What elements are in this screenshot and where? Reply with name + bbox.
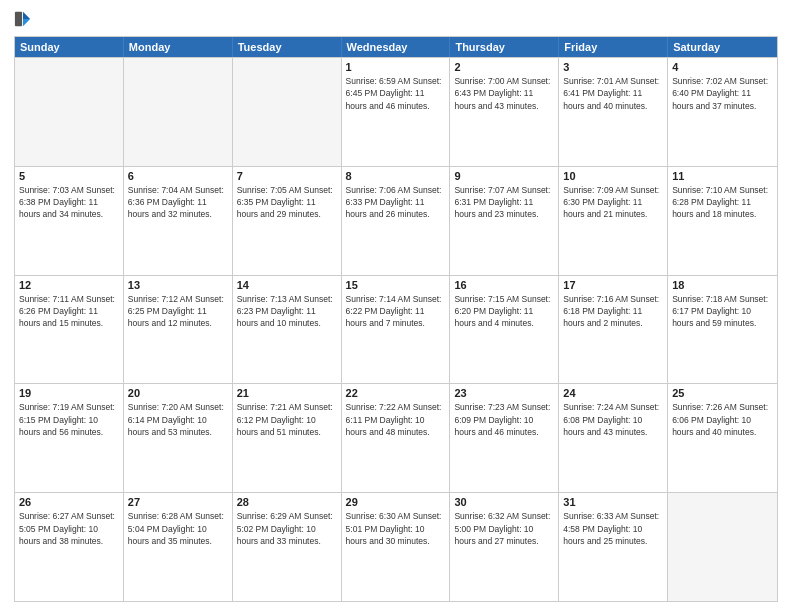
day-number: 29 xyxy=(346,496,446,508)
calendar-cell-4: 2Sunrise: 7:00 AM Sunset: 6:43 PM Daylig… xyxy=(450,58,559,166)
calendar-cell-18: 16Sunrise: 7:15 AM Sunset: 6:20 PM Dayli… xyxy=(450,276,559,384)
day-number: 23 xyxy=(454,387,554,399)
calendar-cell-31: 29Sunrise: 6:30 AM Sunset: 5:01 PM Dayli… xyxy=(342,493,451,601)
day-number: 4 xyxy=(672,61,773,73)
day-number: 7 xyxy=(237,170,337,182)
day-info: Sunrise: 6:27 AM Sunset: 5:05 PM Dayligh… xyxy=(19,510,119,547)
day-info: Sunrise: 6:30 AM Sunset: 5:01 PM Dayligh… xyxy=(346,510,446,547)
calendar-cell-11: 9Sunrise: 7:07 AM Sunset: 6:31 PM Daylig… xyxy=(450,167,559,275)
calendar-cell-24: 22Sunrise: 7:22 AM Sunset: 6:11 PM Dayli… xyxy=(342,384,451,492)
day-number: 10 xyxy=(563,170,663,182)
calendar-cell-1 xyxy=(124,58,233,166)
day-number: 22 xyxy=(346,387,446,399)
day-number: 2 xyxy=(454,61,554,73)
logo-icon xyxy=(14,10,32,28)
calendar-cell-15: 13Sunrise: 7:12 AM Sunset: 6:25 PM Dayli… xyxy=(124,276,233,384)
calendar-cell-25: 23Sunrise: 7:23 AM Sunset: 6:09 PM Dayli… xyxy=(450,384,559,492)
day-info: Sunrise: 7:09 AM Sunset: 6:30 PM Dayligh… xyxy=(563,184,663,221)
day-number: 14 xyxy=(237,279,337,291)
day-number: 16 xyxy=(454,279,554,291)
calendar-cell-12: 10Sunrise: 7:09 AM Sunset: 6:30 PM Dayli… xyxy=(559,167,668,275)
day-info: Sunrise: 6:32 AM Sunset: 5:00 PM Dayligh… xyxy=(454,510,554,547)
calendar-week-5: 26Sunrise: 6:27 AM Sunset: 5:05 PM Dayli… xyxy=(15,492,777,601)
day-info: Sunrise: 7:21 AM Sunset: 6:12 PM Dayligh… xyxy=(237,401,337,438)
calendar-cell-26: 24Sunrise: 7:24 AM Sunset: 6:08 PM Dayli… xyxy=(559,384,668,492)
day-info: Sunrise: 7:24 AM Sunset: 6:08 PM Dayligh… xyxy=(563,401,663,438)
calendar-week-4: 19Sunrise: 7:19 AM Sunset: 6:15 PM Dayli… xyxy=(15,383,777,492)
day-info: Sunrise: 7:12 AM Sunset: 6:25 PM Dayligh… xyxy=(128,293,228,330)
day-number: 18 xyxy=(672,279,773,291)
day-info: Sunrise: 6:29 AM Sunset: 5:02 PM Dayligh… xyxy=(237,510,337,547)
calendar-cell-3: 1Sunrise: 6:59 AM Sunset: 6:45 PM Daylig… xyxy=(342,58,451,166)
calendar-cell-6: 4Sunrise: 7:02 AM Sunset: 6:40 PM Daylig… xyxy=(668,58,777,166)
calendar-cell-10: 8Sunrise: 7:06 AM Sunset: 6:33 PM Daylig… xyxy=(342,167,451,275)
day-info: Sunrise: 7:14 AM Sunset: 6:22 PM Dayligh… xyxy=(346,293,446,330)
day-info: Sunrise: 7:01 AM Sunset: 6:41 PM Dayligh… xyxy=(563,75,663,112)
calendar-header-sunday: Sunday xyxy=(15,37,124,57)
calendar-cell-32: 30Sunrise: 6:32 AM Sunset: 5:00 PM Dayli… xyxy=(450,493,559,601)
day-info: Sunrise: 7:05 AM Sunset: 6:35 PM Dayligh… xyxy=(237,184,337,221)
day-number: 31 xyxy=(563,496,663,508)
calendar-cell-9: 7Sunrise: 7:05 AM Sunset: 6:35 PM Daylig… xyxy=(233,167,342,275)
day-info: Sunrise: 7:00 AM Sunset: 6:43 PM Dayligh… xyxy=(454,75,554,112)
page: SundayMondayTuesdayWednesdayThursdayFrid… xyxy=(0,0,792,612)
calendar-week-2: 5Sunrise: 7:03 AM Sunset: 6:38 PM Daylig… xyxy=(15,166,777,275)
calendar-cell-22: 20Sunrise: 7:20 AM Sunset: 6:14 PM Dayli… xyxy=(124,384,233,492)
day-number: 30 xyxy=(454,496,554,508)
day-number: 15 xyxy=(346,279,446,291)
calendar-cell-30: 28Sunrise: 6:29 AM Sunset: 5:02 PM Dayli… xyxy=(233,493,342,601)
day-info: Sunrise: 7:13 AM Sunset: 6:23 PM Dayligh… xyxy=(237,293,337,330)
day-number: 27 xyxy=(128,496,228,508)
calendar-cell-14: 12Sunrise: 7:11 AM Sunset: 6:26 PM Dayli… xyxy=(15,276,124,384)
calendar-cell-23: 21Sunrise: 7:21 AM Sunset: 6:12 PM Dayli… xyxy=(233,384,342,492)
calendar-header-saturday: Saturday xyxy=(668,37,777,57)
day-info: Sunrise: 7:04 AM Sunset: 6:36 PM Dayligh… xyxy=(128,184,228,221)
calendar-cell-13: 11Sunrise: 7:10 AM Sunset: 6:28 PM Dayli… xyxy=(668,167,777,275)
calendar-cell-21: 19Sunrise: 7:19 AM Sunset: 6:15 PM Dayli… xyxy=(15,384,124,492)
day-number: 8 xyxy=(346,170,446,182)
day-number: 20 xyxy=(128,387,228,399)
calendar-cell-7: 5Sunrise: 7:03 AM Sunset: 6:38 PM Daylig… xyxy=(15,167,124,275)
day-info: Sunrise: 7:22 AM Sunset: 6:11 PM Dayligh… xyxy=(346,401,446,438)
day-number: 19 xyxy=(19,387,119,399)
day-number: 28 xyxy=(237,496,337,508)
calendar-cell-33: 31Sunrise: 6:33 AM Sunset: 4:58 PM Dayli… xyxy=(559,493,668,601)
day-info: Sunrise: 7:23 AM Sunset: 6:09 PM Dayligh… xyxy=(454,401,554,438)
calendar-cell-29: 27Sunrise: 6:28 AM Sunset: 5:04 PM Dayli… xyxy=(124,493,233,601)
calendar-cell-27: 25Sunrise: 7:26 AM Sunset: 6:06 PM Dayli… xyxy=(668,384,777,492)
day-number: 25 xyxy=(672,387,773,399)
calendar-header-tuesday: Tuesday xyxy=(233,37,342,57)
day-info: Sunrise: 7:19 AM Sunset: 6:15 PM Dayligh… xyxy=(19,401,119,438)
day-info: Sunrise: 7:07 AM Sunset: 6:31 PM Dayligh… xyxy=(454,184,554,221)
header xyxy=(14,10,778,28)
day-info: Sunrise: 7:26 AM Sunset: 6:06 PM Dayligh… xyxy=(672,401,773,438)
logo xyxy=(14,10,34,28)
calendar-header-wednesday: Wednesday xyxy=(342,37,451,57)
day-number: 17 xyxy=(563,279,663,291)
day-number: 3 xyxy=(563,61,663,73)
svg-rect-0 xyxy=(15,12,22,26)
day-number: 6 xyxy=(128,170,228,182)
day-number: 24 xyxy=(563,387,663,399)
day-number: 13 xyxy=(128,279,228,291)
calendar: SundayMondayTuesdayWednesdayThursdayFrid… xyxy=(14,36,778,602)
day-number: 11 xyxy=(672,170,773,182)
calendar-cell-19: 17Sunrise: 7:16 AM Sunset: 6:18 PM Dayli… xyxy=(559,276,668,384)
calendar-cell-34 xyxy=(668,493,777,601)
day-info: Sunrise: 7:18 AM Sunset: 6:17 PM Dayligh… xyxy=(672,293,773,330)
calendar-header-thursday: Thursday xyxy=(450,37,559,57)
calendar-header-monday: Monday xyxy=(124,37,233,57)
day-number: 1 xyxy=(346,61,446,73)
day-number: 5 xyxy=(19,170,119,182)
calendar-header-friday: Friday xyxy=(559,37,668,57)
day-info: Sunrise: 6:59 AM Sunset: 6:45 PM Dayligh… xyxy=(346,75,446,112)
day-info: Sunrise: 7:02 AM Sunset: 6:40 PM Dayligh… xyxy=(672,75,773,112)
day-info: Sunrise: 7:03 AM Sunset: 6:38 PM Dayligh… xyxy=(19,184,119,221)
day-info: Sunrise: 7:11 AM Sunset: 6:26 PM Dayligh… xyxy=(19,293,119,330)
calendar-body: 1Sunrise: 6:59 AM Sunset: 6:45 PM Daylig… xyxy=(15,57,777,601)
calendar-cell-17: 15Sunrise: 7:14 AM Sunset: 6:22 PM Dayli… xyxy=(342,276,451,384)
day-number: 21 xyxy=(237,387,337,399)
calendar-cell-16: 14Sunrise: 7:13 AM Sunset: 6:23 PM Dayli… xyxy=(233,276,342,384)
calendar-cell-28: 26Sunrise: 6:27 AM Sunset: 5:05 PM Dayli… xyxy=(15,493,124,601)
calendar-cell-5: 3Sunrise: 7:01 AM Sunset: 6:41 PM Daylig… xyxy=(559,58,668,166)
